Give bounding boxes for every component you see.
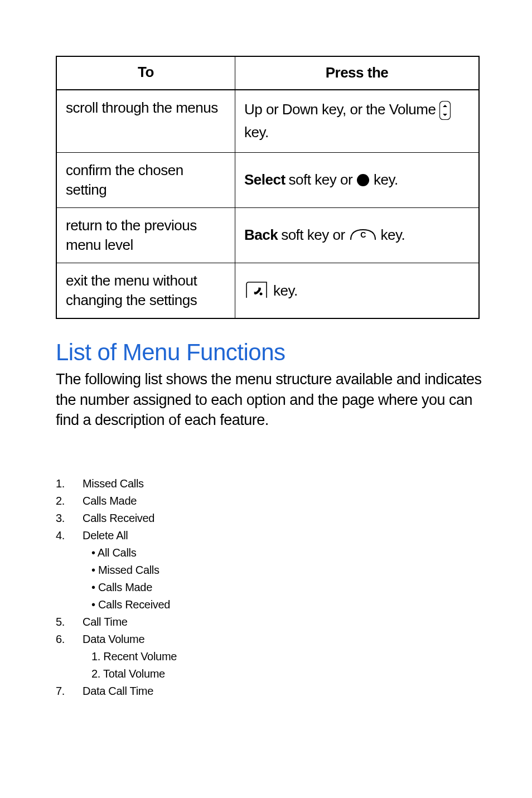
table-header-row: To Press the xyxy=(57,57,478,90)
list-item: 5. Call Time xyxy=(56,613,487,631)
row-press-0: Up or Down key, or the Volume key. xyxy=(235,90,478,152)
list-item: 7. Data Call Time xyxy=(56,683,487,700)
sub-bullet: • Calls Received xyxy=(91,596,487,613)
row2-post: key. xyxy=(381,225,405,246)
sub-bullet: • Calls Made xyxy=(91,579,487,596)
table-row: scroll through the menus Up or Down key,… xyxy=(57,90,478,153)
sub-items: • All Calls • Missed Calls • Calls Made … xyxy=(91,544,487,613)
sub-bullet: • All Calls xyxy=(91,544,487,562)
list-item: 4. Delete All xyxy=(56,527,487,544)
row-press-2: Back soft key or C key. xyxy=(235,208,478,263)
intro-paragraph: The following list shows the menu struct… xyxy=(56,369,485,430)
list-item: 3. Calls Received xyxy=(56,510,487,527)
circle-key-icon xyxy=(356,173,370,187)
item-label: Calls Made xyxy=(83,492,137,510)
row-to-3: exit the menu without changing the setti… xyxy=(57,263,235,318)
row2-bold: Back xyxy=(244,225,278,246)
list-item: 2. Calls Made xyxy=(56,492,487,510)
svg-text:C: C xyxy=(360,230,366,239)
item-label: Calls Received xyxy=(83,510,154,527)
row1-bold: Select xyxy=(244,170,286,191)
sub-numbered: 1. Recent Volume xyxy=(91,648,487,665)
item-num: 5. xyxy=(56,613,69,631)
item-label: Missed Calls xyxy=(83,475,144,492)
row-to-0: scroll through the menus xyxy=(57,90,235,152)
list-item: 1. Missed Calls xyxy=(56,475,487,492)
item-num: 4. xyxy=(56,527,69,544)
item-label: Delete All xyxy=(83,527,128,544)
table-row: exit the menu without changing the setti… xyxy=(57,263,478,318)
table-row: return to the previous menu level Back s… xyxy=(57,208,478,263)
item-label: Data Volume xyxy=(83,631,144,648)
item-label: Call Time xyxy=(83,613,128,631)
svg-point-1 xyxy=(357,174,369,186)
header-press: Press the xyxy=(235,57,478,89)
row1-mid: soft key or xyxy=(289,170,352,191)
svg-point-3 xyxy=(260,293,263,296)
table-row: confirm the chosen setting Select soft k… xyxy=(57,153,478,208)
section-heading: List of Menu Functions xyxy=(56,339,487,366)
end-key-icon xyxy=(244,281,270,300)
volume-key-icon xyxy=(439,101,451,120)
row-to-1: confirm the chosen setting xyxy=(57,153,235,207)
sub-bullet: • Missed Calls xyxy=(91,562,487,579)
menu-functions-list: 1. Missed Calls 2. Calls Made 3. Calls R… xyxy=(56,475,487,700)
header-to: To xyxy=(57,57,235,89)
sub-items: 1. Recent Volume 2. Total Volume xyxy=(91,648,487,683)
list-item: 6. Data Volume xyxy=(56,631,487,648)
item-num: 3. xyxy=(56,510,69,527)
instruction-table: To Press the scroll through the menus Up… xyxy=(56,56,480,319)
item-num: 7. xyxy=(56,683,69,700)
c-key-icon: C xyxy=(349,228,378,243)
item-num: 6. xyxy=(56,631,69,648)
row1-post: key. xyxy=(374,170,398,191)
row2-mid: soft key or xyxy=(281,225,345,246)
sub-numbered: 2. Total Volume xyxy=(91,665,487,683)
row-press-3: key. xyxy=(235,263,478,318)
svg-rect-0 xyxy=(440,101,451,119)
item-num: 1. xyxy=(56,475,69,492)
row0-post: key. xyxy=(244,124,269,141)
row-to-2: return to the previous menu level xyxy=(57,208,235,263)
row3-post: key. xyxy=(273,280,298,302)
item-num: 2. xyxy=(56,492,69,510)
row-press-1: Select soft key or key. xyxy=(235,153,478,207)
item-label: Data Call Time xyxy=(83,683,153,700)
row0-pre: Up or Down key, or the Volume xyxy=(244,101,436,118)
